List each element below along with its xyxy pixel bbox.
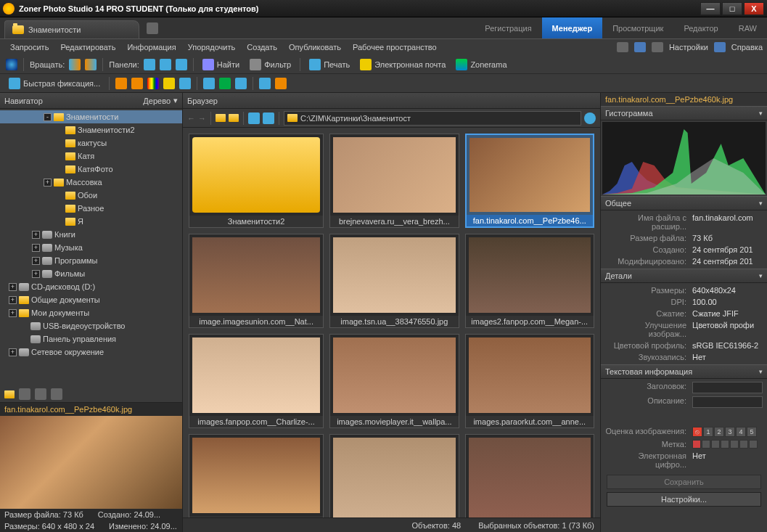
- email-button[interactable]: Электронная почта: [357, 57, 448, 72]
- path-field[interactable]: C:\ZIM\Картинки\Знаменитост: [284, 111, 581, 126]
- panel3-icon[interactable]: [176, 59, 187, 70]
- thumbnail-selected[interactable]: JPGfan.tinakarol.com__PePzbe46...: [465, 134, 594, 228]
- menu-publish[interactable]: Опубликовать: [283, 41, 347, 54]
- menu-workspace[interactable]: Рабочее пространство: [347, 41, 443, 54]
- thumbnail[interactable]: JPGimages.fanpop.com__Charlize-...: [189, 334, 324, 428]
- thumbnail-grid[interactable]: Знаменитости2 JPGbrejnevavera.ru__vera_b…: [183, 128, 600, 517]
- folder-up-icon[interactable]: [216, 114, 226, 122]
- tree-node[interactable]: +Программы: [0, 254, 182, 267]
- mode-raw[interactable]: RAW: [729, 17, 767, 38]
- rating-4[interactable]: 4: [736, 427, 746, 437]
- tree-node[interactable]: Обои: [0, 189, 182, 202]
- refresh-icon[interactable]: [584, 112, 596, 124]
- label-gray1[interactable]: [702, 440, 710, 449]
- menu-edit[interactable]: Редактировать: [54, 41, 121, 54]
- tree-node[interactable]: +Книги: [0, 228, 182, 241]
- menu-settings[interactable]: Настройки: [669, 43, 708, 52]
- tree-node[interactable]: Разное: [0, 202, 182, 215]
- thumbnail[interactable]: JPGimage.imagesunion.com__Nat...: [189, 234, 324, 328]
- color-label-control[interactable]: [692, 440, 758, 449]
- section-histogram[interactable]: Гистограмма▾: [601, 106, 767, 120]
- menu-request[interactable]: Запросить: [4, 41, 54, 54]
- rainbow-icon[interactable]: [147, 78, 159, 89]
- gear-icon[interactable]: [652, 42, 663, 52]
- print-button[interactable]: Печать: [306, 57, 353, 72]
- rotate-left-icon[interactable]: [69, 59, 81, 70]
- tool-icon-1[interactable]: [115, 78, 127, 89]
- save-button[interactable]: Сохранить: [607, 475, 761, 489]
- section-details[interactable]: Детали▾: [601, 269, 767, 283]
- thumbnail[interactable]: JPGimages.movieplayer.it__wallpa...: [329, 334, 459, 428]
- fav-folder-icon[interactable]: [4, 390, 15, 398]
- rating-2[interactable]: 2: [714, 427, 724, 437]
- rating-1[interactable]: 1: [703, 427, 713, 437]
- mode-viewer[interactable]: Просмотрщик: [602, 17, 673, 38]
- fav-icon[interactable]: [229, 114, 239, 122]
- tool-icon-8[interactable]: [259, 78, 271, 89]
- find-button[interactable]: Найти: [200, 57, 242, 72]
- title-input[interactable]: [692, 382, 763, 393]
- tree-node[interactable]: -Знаменитости: [0, 110, 182, 123]
- nav-icon-2[interactable]: [35, 388, 46, 400]
- tree-node[interactable]: +Общие документы: [0, 293, 182, 306]
- label-gray5[interactable]: [739, 440, 748, 449]
- thumbnail[interactable]: JPGimages.paraorkut.com__anne...: [465, 334, 594, 428]
- thumbnail[interactable]: JPGfan.tinakarol.com__PePzbe460k.jpg: [189, 434, 324, 517]
- thumbnail[interactable]: JPGimages2.fanpop.com__Megan-...: [465, 234, 594, 328]
- tree-node[interactable]: Катя: [0, 150, 182, 163]
- label-gray6[interactable]: [749, 440, 758, 449]
- rating-clear[interactable]: ⦸: [692, 427, 702, 437]
- rating-3[interactable]: 3: [725, 427, 735, 437]
- lens-icon[interactable]: [6, 59, 17, 70]
- tree-node[interactable]: КатяФото: [0, 163, 182, 176]
- tree-node[interactable]: +Мои документы: [0, 306, 182, 319]
- menu-create[interactable]: Создать: [241, 41, 283, 54]
- thumbnail[interactable]: JPGimage.tsn.ua__383476550.jpg: [329, 234, 459, 328]
- minimize-button[interactable]: —: [700, 2, 721, 15]
- panel2-icon[interactable]: [160, 59, 171, 70]
- rating-5[interactable]: 5: [747, 427, 757, 437]
- zonerama-button[interactable]: Zonerama: [453, 57, 509, 72]
- rating-control[interactable]: ⦸ 1 2 3 4 5: [692, 427, 757, 437]
- mode-editor[interactable]: Редактор: [673, 17, 728, 38]
- description-input[interactable]: [692, 396, 763, 408]
- label-gray2[interactable]: [711, 440, 720, 449]
- mode-registration[interactable]: Регистрация: [475, 17, 541, 38]
- view-icon[interactable]: [263, 112, 274, 124]
- tree-node[interactable]: +Фильмы: [0, 267, 182, 280]
- label-gray3[interactable]: [721, 440, 729, 449]
- maximize-button[interactable]: □: [722, 2, 742, 15]
- menu-help[interactable]: Справка: [731, 43, 763, 52]
- section-general[interactable]: Общее▾: [601, 196, 767, 210]
- tool-icon-3[interactable]: [163, 78, 175, 89]
- help-icon[interactable]: [634, 42, 646, 52]
- tree-node[interactable]: Панель управления: [0, 332, 182, 345]
- rotate-right-icon[interactable]: [85, 59, 97, 70]
- close-button[interactable]: X: [744, 2, 764, 15]
- forward-icon[interactable]: →: [198, 114, 206, 123]
- tree-node[interactable]: +CD-дисковод (D:): [0, 280, 182, 293]
- tree-node[interactable]: +Музыка: [0, 241, 182, 254]
- label-red[interactable]: [692, 440, 701, 449]
- tool-icon-2[interactable]: [131, 78, 143, 89]
- thumbnail[interactable]: JPG: [329, 434, 459, 517]
- tree-node[interactable]: Знаменитости2: [0, 123, 182, 136]
- menu-organize[interactable]: Упорядочить: [182, 41, 241, 54]
- question-icon[interactable]: [714, 42, 726, 52]
- tree-node[interactable]: кактусы: [0, 136, 182, 150]
- folder-tree[interactable]: -Знаменитости Знаменитости2 кактусы Катя…: [0, 109, 182, 386]
- tree-node[interactable]: +Сетевое окружение: [0, 345, 182, 359]
- panel1-icon[interactable]: [144, 59, 155, 70]
- tool-icon-6[interactable]: [219, 78, 231, 89]
- thumbnail[interactable]: JPG: [465, 434, 594, 517]
- nav-icon-3[interactable]: [51, 388, 62, 400]
- label-gray4[interactable]: [730, 440, 739, 449]
- thumbnail[interactable]: JPGbrejnevavera.ru__vera_brezh...: [329, 134, 459, 228]
- tree-node[interactable]: Я: [0, 215, 182, 228]
- new-tab-icon[interactable]: [147, 22, 158, 34]
- menu-info[interactable]: Информация: [121, 41, 181, 54]
- quickfix-button[interactable]: Быстрая фиксация...: [6, 76, 103, 91]
- tree-node[interactable]: USB-видеоустройство: [0, 319, 182, 332]
- section-textinfo[interactable]: Текстовая информация▾: [601, 364, 767, 379]
- chevron-down-icon[interactable]: ▾: [173, 96, 178, 105]
